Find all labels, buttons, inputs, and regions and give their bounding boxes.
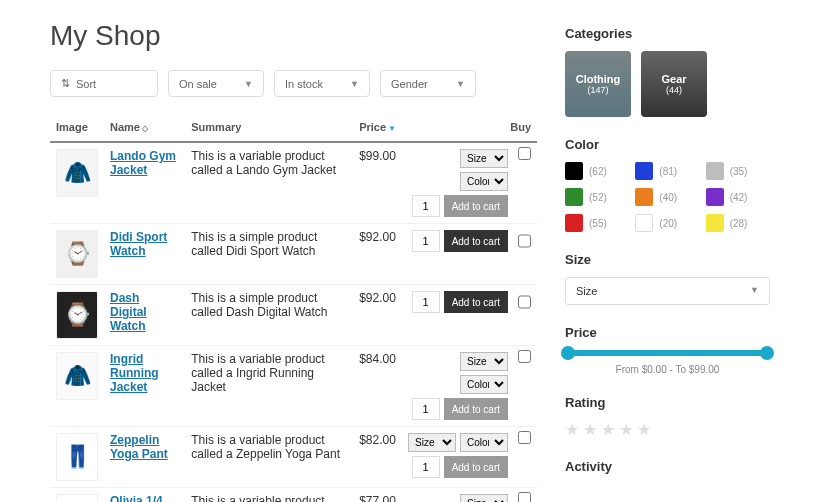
product-thumb[interactable]: 👕	[56, 494, 98, 502]
product-price: $92.00	[353, 285, 402, 346]
select-checkbox[interactable]	[518, 431, 531, 444]
category-gear[interactable]: Gear (44)	[641, 51, 707, 117]
product-name-link[interactable]: Dash Digital Watch	[110, 291, 179, 333]
select-checkbox[interactable]	[518, 291, 531, 313]
color-swatch[interactable]: (81)	[635, 162, 699, 180]
swatch-color	[706, 214, 724, 232]
table-row: 🧥 Ingrid Running Jacket This is a variab…	[50, 346, 537, 427]
activity-title: Activity	[565, 459, 770, 474]
select-checkbox[interactable]	[518, 230, 531, 252]
col-summary[interactable]: Summary	[185, 113, 353, 142]
size-option[interactable]: Size	[460, 494, 508, 502]
col-name[interactable]: Name◇	[104, 113, 185, 142]
swatch-color	[565, 162, 583, 180]
qty-input[interactable]	[412, 195, 440, 217]
product-thumb[interactable]: ⌚	[56, 230, 98, 278]
filter-onsale[interactable]: On sale▼	[168, 70, 264, 97]
sort-icon: ⇅	[61, 77, 70, 90]
select-checkbox[interactable]	[518, 350, 531, 363]
size-select[interactable]: Size ▼	[565, 277, 770, 305]
add-to-cart-button[interactable]: Add to cart	[444, 456, 508, 478]
select-checkbox[interactable]	[518, 492, 531, 502]
col-buy[interactable]: Buy	[402, 113, 537, 142]
swatch-color	[706, 162, 724, 180]
color-option[interactable]: Color	[460, 375, 508, 394]
add-to-cart-button[interactable]: Add to cart	[444, 398, 508, 420]
product-summary: This is a variable product called a Oliv…	[185, 488, 353, 503]
color-swatch[interactable]: (55)	[565, 214, 629, 232]
chevron-down-icon: ▼	[456, 79, 465, 89]
swatch-color	[635, 214, 653, 232]
color-swatch[interactable]: (62)	[565, 162, 629, 180]
col-price[interactable]: Price▼	[353, 113, 402, 142]
sort-button[interactable]: ⇅ Sort	[50, 70, 158, 97]
product-thumb[interactable]: 🧥	[56, 352, 98, 400]
color-title: Color	[565, 137, 770, 152]
slider-handle-min[interactable]	[561, 346, 575, 360]
product-summary: This is a variable product called a Ingr…	[185, 346, 353, 427]
swatch-count: (55)	[589, 218, 607, 229]
star-icon: ★	[565, 420, 579, 439]
table-row: 👕 Olivia 1/4 Zip Light Jacket This is a …	[50, 488, 537, 503]
swatch-color	[706, 188, 724, 206]
color-swatch[interactable]: (42)	[706, 188, 770, 206]
product-thumb[interactable]: 🧥	[56, 149, 98, 197]
price-slider[interactable]	[565, 350, 770, 356]
product-summary: This is a variable product called a Zepp…	[185, 427, 353, 488]
product-price: $92.00	[353, 224, 402, 285]
rating-filter[interactable]: ★ ★ ★ ★ ★	[565, 420, 770, 439]
color-swatch[interactable]: (20)	[635, 214, 699, 232]
product-name-link[interactable]: Ingrid Running Jacket	[110, 352, 179, 394]
swatch-count: (62)	[589, 166, 607, 177]
color-option[interactable]: Color	[460, 433, 508, 452]
page-title: My Shop	[50, 20, 537, 52]
size-option[interactable]: Size	[460, 149, 508, 168]
chevron-down-icon: ▼	[350, 79, 359, 89]
product-price: $82.00	[353, 427, 402, 488]
sort-desc-icon: ▼	[388, 124, 396, 133]
col-image[interactable]: Image	[50, 113, 104, 142]
qty-input[interactable]	[412, 456, 440, 478]
filter-gender[interactable]: Gender▼	[380, 70, 476, 97]
swatch-count: (35)	[730, 166, 748, 177]
product-name-link[interactable]: Olivia 1/4 Zip Light Jacket	[110, 494, 179, 502]
qty-input[interactable]	[412, 398, 440, 420]
swatch-count: (28)	[730, 218, 748, 229]
product-name-link[interactable]: Didi Sport Watch	[110, 230, 179, 258]
swatch-color	[635, 188, 653, 206]
swatch-count: (40)	[659, 192, 677, 203]
table-row: ⌚ Didi Sport Watch This is a simple prod…	[50, 224, 537, 285]
slider-handle-max[interactable]	[760, 346, 774, 360]
add-to-cart-button[interactable]: Add to cart	[444, 291, 508, 313]
swatch-count: (42)	[730, 192, 748, 203]
color-swatch[interactable]: (28)	[706, 214, 770, 232]
table-row: 🧥 Lando Gym Jacket This is a variable pr…	[50, 142, 537, 224]
sort-indicator-icon: ◇	[142, 124, 148, 133]
product-name-link[interactable]: Zeppelin Yoga Pant	[110, 433, 179, 461]
color-swatch[interactable]: (40)	[635, 188, 699, 206]
category-clothing[interactable]: Clothing (147)	[565, 51, 631, 117]
color-option[interactable]: Color	[460, 172, 508, 191]
qty-input[interactable]	[412, 291, 440, 313]
product-price: $84.00	[353, 346, 402, 427]
filter-instock[interactable]: In stock▼	[274, 70, 370, 97]
size-option[interactable]: Size	[408, 433, 456, 452]
add-to-cart-button[interactable]: Add to cart	[444, 230, 508, 252]
star-icon: ★	[619, 420, 633, 439]
select-checkbox[interactable]	[518, 147, 531, 160]
star-icon: ★	[583, 420, 597, 439]
product-name-link[interactable]: Lando Gym Jacket	[110, 149, 179, 177]
sort-label: Sort	[76, 78, 96, 90]
size-title: Size	[565, 252, 770, 267]
qty-input[interactable]	[412, 230, 440, 252]
product-thumb[interactable]: 👖	[56, 433, 98, 481]
price-range-text: From $0.00 - To $99.00	[565, 364, 770, 375]
add-to-cart-button[interactable]: Add to cart	[444, 195, 508, 217]
color-swatch[interactable]: (35)	[706, 162, 770, 180]
size-option[interactable]: Size	[460, 352, 508, 371]
products-table: Image Name◇ Summary Price▼ Buy 🧥 Lando G…	[50, 113, 537, 502]
color-swatch[interactable]: (52)	[565, 188, 629, 206]
swatch-color	[635, 162, 653, 180]
product-thumb[interactable]: ⌚	[56, 291, 98, 339]
chevron-down-icon: ▼	[244, 79, 253, 89]
